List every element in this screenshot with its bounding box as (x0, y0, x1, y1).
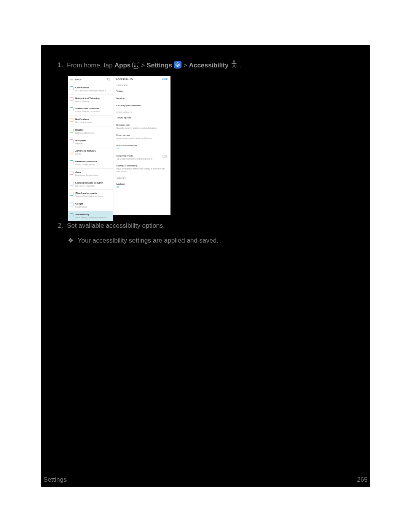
services-label: SERVICES (113, 176, 170, 181)
accessibility-item: Direct accessAdd shortcuts to specific s… (113, 132, 170, 142)
settings-list-item: GoogleGoogle settings (68, 200, 113, 211)
item-title: Direct access (116, 134, 167, 137)
settings-list-item: AccessibilityVision, Hearing, Dexterity … (68, 211, 113, 221)
settings-label: Settings (147, 62, 172, 69)
accessibility-item: Text-to-speech (113, 115, 170, 122)
step-1-prefix: From home, tap (67, 62, 115, 69)
step-2-text: Set available accessibility options. (67, 221, 358, 231)
list-item-title: Connections (75, 86, 111, 89)
list-item-icon (70, 97, 73, 101)
item-title: Direction lock (116, 123, 167, 127)
settings-gear-icon (174, 61, 182, 69)
list-item-desc: Games (75, 153, 111, 156)
svg-point-2 (107, 78, 109, 80)
item-desc: Unlock the screen by swiping in a series… (116, 127, 167, 130)
list-item-title: Notifications (75, 118, 111, 121)
item-title: Single tap mode (116, 154, 167, 158)
settings-list-item: Device maintenanceBattery, Storage, Memo… (68, 158, 113, 168)
settings-list-item: DisplayBrightness, Home screen (68, 126, 113, 137)
sep-1: > (141, 62, 147, 69)
item-desc: Tap to stop/snooze alarms and calendar e… (116, 158, 167, 161)
accessibility-item: LookoutOff (113, 181, 170, 191)
item-status-off: Off (116, 148, 167, 150)
list-item-icon (70, 118, 73, 122)
apps-label: Apps (115, 62, 131, 69)
list-item-title: Advanced features (75, 149, 111, 153)
page-content: 1. From home, tap Apps > Settings > Acce… (41, 45, 370, 246)
item-title: Manage accessibility (116, 164, 167, 168)
screenshot-settings-list: ConnectionsWi-Fi, Bluetooth, Data usage,… (68, 84, 113, 221)
list-item-desc: Block, allow, prioritize (75, 121, 111, 124)
settings-list-item: Hotspot and TetheringHotspot, Tethering (68, 94, 113, 105)
settings-screenshot: SETTINGS ConnectionsWi-Fi, Bluetooth, Da… (68, 76, 170, 215)
sep-2: > (183, 62, 189, 69)
categories-list: VisionHearingDexterity and interaction (113, 88, 170, 110)
document-page: 1. From home, tap Apps > Settings > Acce… (41, 45, 370, 487)
item-desc: Import and export your accessibility set… (116, 168, 167, 173)
list-item-desc: Sounds, Vibration, Do not disturb (75, 111, 111, 113)
settings-list-item: ConnectionsWi-Fi, Bluetooth, Data usage,… (68, 84, 113, 94)
footer-page-number: 265 (357, 476, 368, 484)
accessibility-item: Direction lockUnlock the screen by swipi… (113, 122, 170, 132)
list-item-title: Sounds and vibration (75, 107, 111, 110)
left-header-title: SETTINGS (70, 78, 82, 81)
settings-list-item: WallpaperWallpaper (68, 137, 113, 147)
accessibility-item: Single tap modeTap to stop/snooze alarms… (113, 153, 170, 163)
list-item-icon (70, 171, 73, 175)
step-2: 2. Set available accessibility options. (53, 221, 358, 231)
categories-label: CATEGORIES (113, 83, 170, 88)
step-1-suffix: . (240, 62, 242, 69)
list-item-icon (70, 150, 73, 153)
item-title: Notification reminder (116, 144, 167, 147)
apps-grid-icon (132, 62, 139, 69)
accessibility-item: Vision (113, 88, 170, 95)
page-footer: Settings 265 (41, 476, 370, 484)
accessibility-label: Accessibility (189, 62, 229, 69)
item-status-off: Off (116, 186, 167, 189)
settings-list-item: Advanced featuresGames (68, 147, 113, 158)
screenshot-left-header: SETTINGS (68, 76, 113, 84)
more-settings-label: MORE SETTINGS (113, 110, 170, 115)
settings-list-item: NotificationsBlock, allow, prioritize (68, 115, 113, 126)
item-title: Lookout (116, 182, 167, 186)
item-title: Vision (116, 89, 167, 93)
settings-list-item: AppsDefault apps, App permissions (68, 168, 113, 179)
accessibility-item: Manage accessibilityImport and export yo… (113, 163, 170, 176)
list-item-icon (70, 213, 73, 217)
item-desc: Add shortcuts to specific settings and f… (116, 137, 167, 140)
item-title: Dexterity and interaction (116, 104, 167, 107)
list-item-icon (70, 203, 73, 206)
list-item-desc: Battery, Storage, Memory (75, 164, 111, 166)
list-item-title: Cloud and accounts (75, 192, 111, 195)
list-item-desc: Wallpaper (75, 143, 111, 145)
list-item-desc: Wi-Fi, Bluetooth, Data usage, Airplane m… (75, 90, 111, 93)
accessibility-item: Dexterity and interaction (113, 102, 170, 110)
settings-list-item: Sounds and vibrationSounds, Vibration, D… (68, 105, 113, 115)
step-1-number: 1. (53, 60, 67, 70)
accessibility-person-icon (230, 60, 238, 69)
screenshot-left-panel: SETTINGS ConnectionsWi-Fi, Bluetooth, Da… (68, 76, 113, 215)
list-item-title: Device maintenance (75, 160, 111, 163)
result-row: ❖ Your accessibility settings are applie… (68, 236, 358, 246)
list-item-icon (70, 192, 73, 196)
step-1: 1. From home, tap Apps > Settings > Acce… (53, 60, 358, 70)
list-item-icon (70, 129, 73, 133)
list-item-title: Lock screen and security (75, 181, 111, 185)
list-item-desc: Hotspot, Tethering (75, 101, 111, 103)
services-list: LookoutOff (113, 181, 170, 191)
list-item-desc: Brightness, Home screen (75, 132, 111, 135)
accessibility-item: Hearing (113, 95, 170, 102)
item-title: Hearing (116, 97, 167, 100)
result-text: Your accessibility settings are applied … (78, 236, 218, 246)
settings-list-item: Lock screen and securityLock screen, Fin… (68, 179, 113, 190)
item-title: Text-to-speech (116, 116, 167, 120)
search-icon (107, 78, 110, 82)
svg-point-1 (233, 61, 235, 62)
list-item-title: Apps (75, 171, 111, 174)
result-bullet: ❖ (68, 236, 78, 246)
list-item-icon (70, 107, 73, 111)
list-item-title: Accessibility (75, 213, 111, 216)
screenshot-right-panel: ACCESSIBILITY HELP CATEGORIES VisionHear… (113, 76, 170, 215)
list-item-desc: Lock screen, Fingerprints (75, 185, 111, 188)
list-item-desc: Samsung Cloud, Backup and restore (75, 195, 111, 198)
